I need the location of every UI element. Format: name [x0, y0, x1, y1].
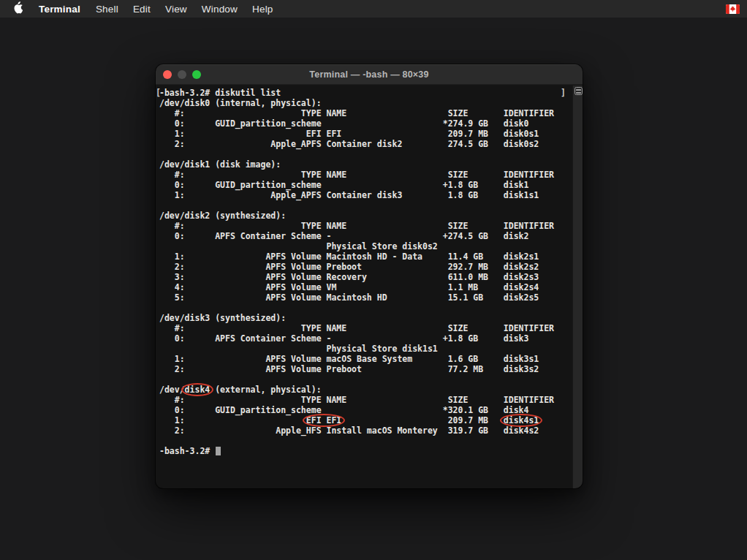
terminal-line: -bash-3.2# diskutil list	[159, 88, 572, 98]
menu-item-shell[interactable]: Shell	[88, 0, 126, 18]
zoom-button[interactable]	[192, 70, 201, 79]
command-mark-open-bracket: [	[156, 88, 161, 98]
terminal-line: #: TYPE NAME SIZE IDENTIFIER	[159, 395, 572, 405]
terminal-line: 1: Apple_APFS Container disk3 1.8 GB dis…	[159, 190, 572, 200]
terminal-line: 2: APFS Volume Preboot 77.2 MB disk3s2	[159, 364, 572, 374]
terminal-line: 2: Apple_HFS Install macOS Monterey 319.…	[159, 425, 572, 436]
menu-item-help[interactable]: Help	[245, 0, 281, 18]
terminal-line: /dev/disk2 (synthesized):	[159, 211, 572, 221]
terminal-line: 1: EFI EFI 209.7 MB disk4s1	[159, 415, 572, 425]
input-source-canada-flag-icon[interactable]	[726, 4, 740, 14]
scrollbar[interactable]	[572, 86, 583, 488]
window-title: Terminal — -bash — 80×39	[309, 69, 428, 80]
terminal-line: 1: APFS Volume Macintosh HD - Data 11.4 …	[159, 251, 572, 262]
terminal-line: #: TYPE NAME SIZE IDENTIFIER	[159, 221, 572, 231]
command-mark-close-bracket: ]	[561, 88, 566, 98]
terminal-line: Physical Store disk0s2	[159, 241, 572, 251]
menu-item-window[interactable]: Window	[194, 0, 245, 18]
menu-bar: TerminalShellEditViewWindowHelp	[0, 0, 747, 18]
block-cursor	[216, 447, 221, 455]
scrollbar-mark-indicator-icon[interactable]	[575, 87, 583, 95]
terminal-line: 0: GUID_partition_scheme +1.8 GB disk1	[159, 180, 572, 190]
terminal-line: 0: APFS Container Scheme - +274.5 GB dis…	[159, 231, 572, 241]
terminal-line	[159, 303, 572, 313]
terminal-line: /dev/disk4 (external, physical):	[159, 385, 572, 395]
menu-item-edit[interactable]: Edit	[126, 0, 158, 18]
terminal-line: -bash-3.2#	[159, 446, 572, 456]
desktop: { "menu_bar": { "active_app": "Terminal"…	[0, 0, 747, 560]
terminal-line	[159, 436, 572, 446]
apple-logo-icon	[13, 1, 23, 17]
minimize-button[interactable]	[178, 70, 186, 79]
terminal-line: Physical Store disk1s1	[159, 344, 572, 354]
terminal-line: 1: EFI EFI 209.7 MB disk0s1	[159, 129, 572, 139]
terminal-line: 0: APFS Container Scheme - +1.8 GB disk3	[159, 333, 572, 344]
terminal-line: /dev/disk1 (disk image):	[159, 159, 572, 170]
terminal-line: 0: GUID_partition_scheme *274.9 GB disk0	[159, 118, 572, 129]
terminal-line: #: TYPE NAME SIZE IDENTIFIER	[159, 323, 572, 333]
terminal-line: 0: GUID_partition_scheme *320.1 GB disk4	[159, 405, 572, 415]
terminal-line: 5: APFS Volume Macintosh HD 15.1 GB disk…	[159, 292, 572, 303]
menu-item-terminal[interactable]: Terminal	[31, 0, 88, 18]
terminal-line	[159, 149, 572, 159]
terminal-line: /dev/disk0 (internal, physical):	[159, 98, 572, 108]
terminal-window: Terminal — -bash — 80×39 [ ] -bash-3.2# …	[156, 64, 583, 488]
terminal-line	[159, 200, 572, 211]
terminal-line: 1: APFS Volume macOS Base System 1.6 GB …	[159, 354, 572, 364]
terminal-screen[interactable]: [ ] -bash-3.2# diskutil list/dev/disk0 (…	[156, 86, 572, 488]
menu-item-view[interactable]: View	[158, 0, 194, 18]
terminal-line: /dev/disk3 (synthesized):	[159, 313, 572, 323]
terminal-line: 3: APFS Volume Recovery 611.0 MB disk2s3	[159, 272, 572, 282]
window-title-bar[interactable]: Terminal — -bash — 80×39	[156, 64, 583, 85]
apple-menu[interactable]	[13, 0, 31, 18]
terminal-line	[159, 374, 572, 385]
terminal-line: #: TYPE NAME SIZE IDENTIFIER	[159, 170, 572, 180]
close-button[interactable]	[163, 70, 172, 79]
terminal-line: #: TYPE NAME SIZE IDENTIFIER	[159, 108, 572, 118]
terminal-line: 4: APFS Volume VM 1.1 MB disk2s4	[159, 282, 572, 292]
terminal-line: 2: Apple_APFS Container disk2 274.5 GB d…	[159, 139, 572, 149]
terminal-line: 2: APFS Volume Preboot 292.7 MB disk2s2	[159, 262, 572, 272]
